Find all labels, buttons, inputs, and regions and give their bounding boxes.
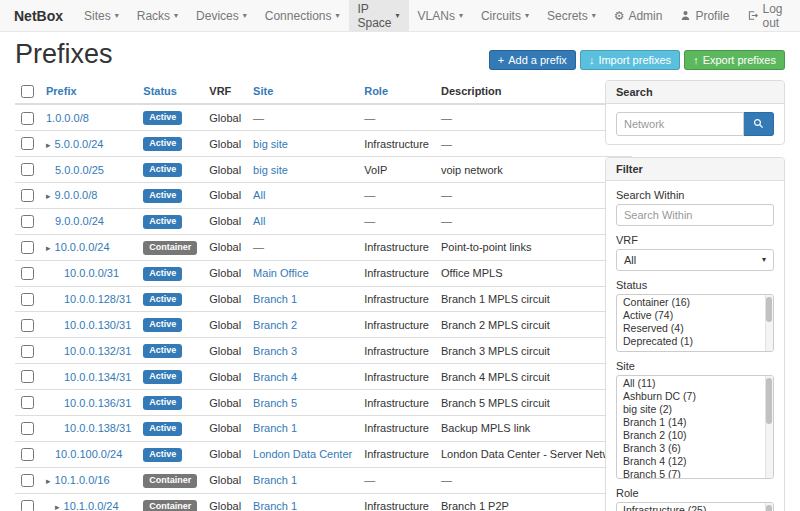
nav-item-profile[interactable]: Profile [671, 0, 738, 31]
row-checkbox[interactable] [21, 293, 34, 306]
column-header-role[interactable]: Role [358, 80, 435, 105]
nav-item-admin[interactable]: ⚙Admin [605, 0, 672, 31]
row-checkbox[interactable] [21, 241, 34, 254]
vrf-value: Global [209, 241, 241, 253]
site-link[interactable]: Branch 1 [253, 474, 297, 486]
site-link[interactable]: big site [253, 164, 288, 176]
nav-item-racks[interactable]: Racks▾ [128, 0, 187, 31]
prefix-link[interactable]: 1.0.0.0/8 [46, 112, 89, 124]
chevron-down-icon: ▾ [243, 12, 247, 20]
table-row: 10.0.0.136/31ActiveGlobalBranch 5Infrast… [15, 390, 632, 416]
status-listbox[interactable]: Container (16)Active (74)Reserved (4)Dep… [616, 294, 774, 352]
nav-item-connections[interactable]: Connections▾ [256, 0, 349, 31]
scrollbar[interactable] [765, 376, 773, 478]
nav-item-sites[interactable]: Sites▾ [75, 0, 128, 31]
site-listbox[interactable]: All (11)Ashburn DC (7)big site (2)Branch… [616, 375, 774, 479]
row-checkbox[interactable] [21, 396, 34, 409]
site-link[interactable]: Branch 1 [253, 500, 297, 511]
site-link[interactable]: Main Office [253, 267, 308, 279]
site-link[interactable]: All [253, 189, 265, 201]
filter-option[interactable]: Infrastructure (25) [617, 504, 773, 511]
prefix-link[interactable]: 10.0.100.0/24 [55, 448, 122, 460]
site-link[interactable]: Branch 1 [253, 422, 297, 434]
filter-option[interactable]: Branch 3 (6) [617, 442, 773, 455]
scrollbar-thumb[interactable] [766, 378, 772, 424]
nav-item-ip-space[interactable]: IP Space▾ [349, 0, 409, 31]
column-header-status[interactable]: Status [137, 80, 203, 105]
nav-item-circuits[interactable]: Circuits▾ [472, 0, 538, 31]
prefix-link[interactable]: 10.0.0.132/31 [64, 345, 131, 357]
site-link[interactable]: All [253, 215, 265, 227]
filter-option[interactable]: Branch 2 (10) [617, 429, 773, 442]
filter-option[interactable]: Branch 4 (12) [617, 455, 773, 468]
filter-option[interactable]: Container (16) [617, 296, 773, 309]
description-value: Branch 3 MPLS circuit [441, 345, 550, 357]
row-checkbox[interactable] [21, 500, 34, 511]
nav-item-secrets[interactable]: Secrets▾ [538, 0, 605, 31]
site-link[interactable]: Branch 1 [253, 293, 297, 305]
site-link[interactable]: Branch 4 [253, 371, 297, 383]
nav-item-vlans[interactable]: VLANs▾ [409, 0, 472, 31]
prefix-link[interactable]: 10.0.0.134/31 [64, 371, 131, 383]
row-checkbox[interactable] [21, 448, 34, 461]
row-checkbox[interactable] [21, 474, 34, 487]
filter-option[interactable]: Reserved (4) [617, 322, 773, 335]
vrf-select[interactable]: All ▾ [616, 249, 774, 271]
scrollbar[interactable] [765, 503, 773, 511]
prefix-link[interactable]: 10.1.0.0/24 [64, 500, 119, 511]
row-checkbox[interactable] [21, 422, 34, 435]
nav-item-devices[interactable]: Devices▾ [187, 0, 256, 31]
prefix-link[interactable]: 5.0.0.0/25 [55, 164, 104, 176]
prefix-link[interactable]: 10.0.0.0/31 [64, 267, 119, 279]
site-link[interactable]: Branch 2 [253, 319, 297, 331]
search-within-input[interactable] [616, 204, 774, 226]
filter-option[interactable]: All (11) [617, 377, 773, 390]
select-all-checkbox[interactable] [21, 85, 34, 98]
row-checkbox[interactable] [21, 370, 34, 383]
table-row: 10.0.0.132/31ActiveGlobalBranch 3Infrast… [15, 338, 632, 364]
filter-option[interactable]: big site (2) [617, 403, 773, 416]
prefix-link[interactable]: 10.0.0.0/24 [55, 241, 110, 253]
filter-option[interactable]: Ashburn DC (7) [617, 390, 773, 403]
scrollbar-thumb[interactable] [766, 505, 772, 511]
row-checkbox[interactable] [21, 319, 34, 332]
row-checkbox[interactable] [21, 215, 34, 228]
prefix-link[interactable]: 5.0.0.0/24 [55, 138, 104, 150]
status-badge: Active [143, 422, 182, 436]
add-a-prefix-button[interactable]: +Add a prefix [489, 50, 576, 70]
row-checkbox[interactable] [21, 345, 34, 358]
filter-option[interactable]: Branch 1 (14) [617, 416, 773, 429]
prefix-link[interactable]: 10.0.0.130/31 [64, 319, 131, 331]
row-checkbox[interactable] [21, 137, 34, 150]
filter-option[interactable]: Deprecated (1) [617, 335, 773, 348]
prefix-link[interactable]: 10.1.0.0/16 [55, 474, 110, 486]
filter-option[interactable]: Active (74) [617, 309, 773, 322]
export-prefixes-button[interactable]: ↑Export prefixes [684, 50, 785, 70]
site-link[interactable]: London Data Center [253, 448, 352, 460]
nav-item-log-out[interactable]: Log out [738, 0, 792, 31]
prefix-link[interactable]: 9.0.0.0/8 [55, 189, 98, 201]
prefix-link[interactable]: 10.0.0.138/31 [64, 422, 131, 434]
site-link[interactable]: big site [253, 138, 288, 150]
role-listbox[interactable]: Infrastructure (25)Management (8)Private… [616, 502, 774, 511]
site-link[interactable]: Branch 5 [253, 397, 297, 409]
row-checkbox[interactable] [21, 163, 34, 176]
filter-option[interactable]: Branch 5 (7) [617, 468, 773, 479]
prefix-link[interactable]: 9.0.0.0/24 [55, 215, 104, 227]
import-prefixes-button[interactable]: ↓Import prefixes [580, 50, 680, 70]
search-button[interactable] [744, 112, 774, 136]
search-input[interactable] [616, 112, 744, 136]
row-checkbox[interactable] [21, 112, 34, 125]
prefix-link[interactable]: 10.0.0.136/31 [64, 397, 131, 409]
site-filter-label: Site [616, 360, 774, 372]
column-header-site[interactable]: Site [247, 80, 358, 105]
brand-logo[interactable]: NetBox [8, 0, 75, 31]
scrollbar-thumb[interactable] [766, 297, 772, 322]
row-checkbox[interactable] [21, 267, 34, 280]
status-filter-label: Status [616, 279, 774, 291]
row-checkbox[interactable] [21, 189, 34, 202]
prefix-link[interactable]: 10.0.0.128/31 [64, 293, 131, 305]
scrollbar[interactable] [765, 295, 773, 351]
column-header-prefix[interactable]: Prefix [40, 80, 137, 105]
site-link[interactable]: Branch 3 [253, 345, 297, 357]
